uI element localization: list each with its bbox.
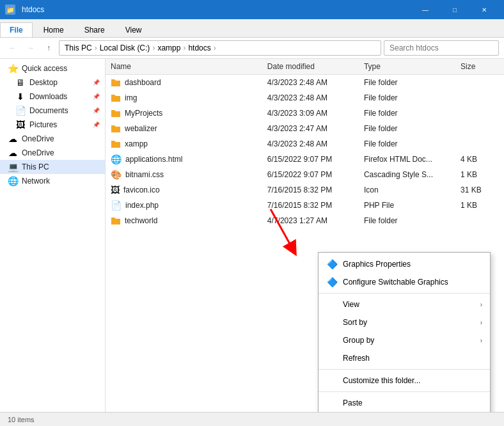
file-type: Firefox HTML Doc... bbox=[359, 154, 455, 165]
folder-icon bbox=[111, 216, 121, 226]
ctx-configure-switchable[interactable]: 🔷 Configure Switchable Graphics bbox=[319, 273, 490, 291]
tab-file[interactable]: File bbox=[0, 22, 33, 37]
ctx-label-view: View bbox=[343, 300, 475, 309]
ico-file-icon: 🖼 bbox=[111, 185, 120, 195]
sort-icon bbox=[326, 317, 338, 328]
file-size bbox=[455, 127, 504, 130]
col-header-size[interactable]: Size bbox=[455, 61, 504, 72]
tab-share[interactable]: Share bbox=[75, 22, 114, 37]
php-file-icon: 📄 bbox=[111, 200, 122, 210]
table-row[interactable]: 🖼 favicon.ico 7/16/2015 8:32 PM Icon 31 … bbox=[106, 182, 504, 198]
main-layout: ⭐ Quick access 🖥 Desktop 📌 ⬇ Downloads 📌… bbox=[0, 59, 504, 412]
network-icon: 🌐 bbox=[8, 176, 18, 186]
sidebar-item-thispc[interactable]: 💻 This PC bbox=[0, 160, 105, 174]
table-row[interactable]: webalizer 4/3/2023 2:47 AM File folder bbox=[106, 121, 504, 136]
maximize-button[interactable]: □ bbox=[440, 0, 469, 19]
ctx-graphics-properties[interactable]: 🔷 Graphics Properties bbox=[319, 255, 490, 273]
paste-icon bbox=[326, 397, 338, 409]
address-breadcrumb[interactable]: This PC › Local Disk (C:) › xampp › htdo… bbox=[59, 40, 381, 56]
ctx-group-by[interactable]: Group by › bbox=[319, 331, 490, 349]
ribbon: File Home Share View bbox=[0, 19, 504, 38]
ctx-customize[interactable]: Customize this folder... bbox=[319, 372, 490, 390]
tab-home[interactable]: Home bbox=[34, 22, 74, 37]
file-size: 1 KB bbox=[455, 169, 504, 180]
pin-icon-documents: 📌 bbox=[93, 107, 100, 114]
sidebar-item-downloads[interactable]: ⬇ Downloads 📌 bbox=[0, 90, 105, 104]
table-row[interactable]: MyProjects 4/3/2023 3:09 AM File folder bbox=[106, 106, 504, 121]
sidebar-label-onedrive2: OneDrive bbox=[22, 148, 54, 157]
context-menu: 🔷 Graphics Properties 🔷 Configure Switch… bbox=[318, 252, 491, 412]
file-date: 4/3/2023 2:48 AM bbox=[262, 138, 359, 150]
file-date: 4/3/2023 2:48 AM bbox=[262, 77, 359, 88]
file-size bbox=[455, 112, 504, 114]
title-bar-icons: 📁 bbox=[5, 4, 15, 15]
view-icon bbox=[326, 299, 338, 310]
file-size: 4 KB bbox=[455, 154, 504, 165]
file-size: 1 KB bbox=[455, 200, 504, 211]
sidebar: ⭐ Quick access 🖥 Desktop 📌 ⬇ Downloads 📌… bbox=[0, 59, 106, 412]
file-type: PHP File bbox=[359, 200, 455, 211]
file-date: 4/3/2023 3:09 AM bbox=[262, 107, 359, 119]
minimize-button[interactable]: — bbox=[411, 0, 440, 19]
breadcrumb-sep-2: › bbox=[152, 43, 155, 52]
file-name: xampp bbox=[125, 139, 148, 148]
file-size: 31 KB bbox=[455, 184, 504, 196]
col-header-name[interactable]: Name bbox=[106, 61, 262, 72]
pin-icon-desktop: 📌 bbox=[93, 79, 100, 86]
search-input[interactable] bbox=[384, 40, 499, 56]
table-row[interactable]: 🌐 applications.html 6/15/2022 9:07 PM Fi… bbox=[106, 152, 504, 167]
table-row[interactable]: xampp 4/3/2023 2:48 AM File folder bbox=[106, 136, 504, 152]
file-type: File folder bbox=[359, 92, 455, 104]
pin-icon-pictures: 📌 bbox=[93, 122, 100, 128]
sidebar-item-onedrive2[interactable]: ☁ OneDrive bbox=[0, 146, 105, 160]
sidebar-label-pictures: Pictures bbox=[29, 120, 57, 129]
file-name: applications.html bbox=[125, 155, 182, 164]
folder-icon bbox=[111, 77, 121, 88]
back-button[interactable]: ← bbox=[5, 40, 20, 56]
ctx-sort-by[interactable]: Sort by › bbox=[319, 313, 490, 331]
sidebar-item-onedrive1[interactable]: ☁ OneDrive bbox=[0, 132, 105, 146]
tab-view[interactable]: View bbox=[116, 22, 152, 37]
table-row[interactable]: techworld 4/7/2023 1:27 AM File folder bbox=[106, 213, 504, 228]
ribbon-tabs: File Home Share View bbox=[0, 19, 504, 37]
sidebar-item-network[interactable]: 🌐 Network bbox=[0, 174, 105, 188]
onedrive1-icon: ☁ bbox=[8, 134, 18, 144]
close-button[interactable]: ✕ bbox=[469, 0, 499, 19]
breadcrumb-sep-1: › bbox=[95, 43, 97, 52]
sidebar-item-quick-access[interactable]: ⭐ Quick access bbox=[0, 61, 105, 75]
up-button[interactable]: ↑ bbox=[41, 40, 56, 56]
folder-icon bbox=[111, 93, 121, 103]
file-date: 4/7/2023 1:27 AM bbox=[262, 215, 359, 226]
table-row[interactable]: 📄 index.php 7/16/2015 8:32 PM PHP File 1… bbox=[106, 198, 504, 213]
title-bar-title: htdocs bbox=[22, 5, 44, 14]
col-header-type[interactable]: Type bbox=[359, 61, 455, 72]
table-row[interactable]: 🎨 bitnami.css 6/15/2022 9:07 PM Cascadin… bbox=[106, 167, 504, 182]
address-bar-row: ← → ↑ This PC › Local Disk (C:) › xampp … bbox=[0, 38, 504, 59]
file-type: File folder bbox=[359, 138, 455, 150]
breadcrumb-localdisk: Local Disk (C:) bbox=[100, 43, 150, 52]
pin-icon-downloads: 📌 bbox=[93, 93, 100, 100]
ctx-label-customize: Customize this folder... bbox=[343, 376, 482, 385]
sidebar-label-network: Network bbox=[22, 177, 50, 185]
file-type: File folder bbox=[359, 77, 455, 88]
sidebar-label-quick-access: Quick access bbox=[22, 64, 67, 73]
table-row[interactable]: img 4/3/2023 2:48 AM File folder bbox=[106, 90, 504, 106]
sidebar-item-desktop[interactable]: 🖥 Desktop 📌 bbox=[0, 75, 105, 90]
file-date: 7/16/2015 8:32 PM bbox=[262, 200, 359, 211]
sidebar-item-documents[interactable]: 📄 Documents 📌 bbox=[0, 104, 105, 118]
ctx-refresh[interactable]: Refresh bbox=[319, 349, 490, 367]
file-list-header: Name Date modified Type Size bbox=[106, 59, 504, 75]
thispc-icon: 💻 bbox=[8, 162, 18, 172]
forward-button[interactable]: → bbox=[23, 40, 38, 56]
table-row[interactable]: dashboard 4/3/2023 2:48 AM File folder bbox=[106, 75, 504, 90]
file-type: Cascading Style S... bbox=[359, 169, 455, 180]
window-controls: — □ ✕ bbox=[411, 0, 499, 19]
desktop-icon: 🖥 bbox=[15, 77, 26, 88]
html-file-icon: 🌐 bbox=[111, 154, 122, 164]
sidebar-label-downloads: Downloads bbox=[29, 92, 67, 101]
ctx-view[interactable]: View › bbox=[319, 296, 490, 313]
sidebar-item-pictures[interactable]: 🖼 Pictures 📌 bbox=[0, 118, 105, 132]
ctx-label-refresh: Refresh bbox=[343, 354, 482, 363]
col-header-date[interactable]: Date modified bbox=[262, 61, 359, 72]
ctx-paste[interactable]: Paste bbox=[319, 394, 490, 412]
